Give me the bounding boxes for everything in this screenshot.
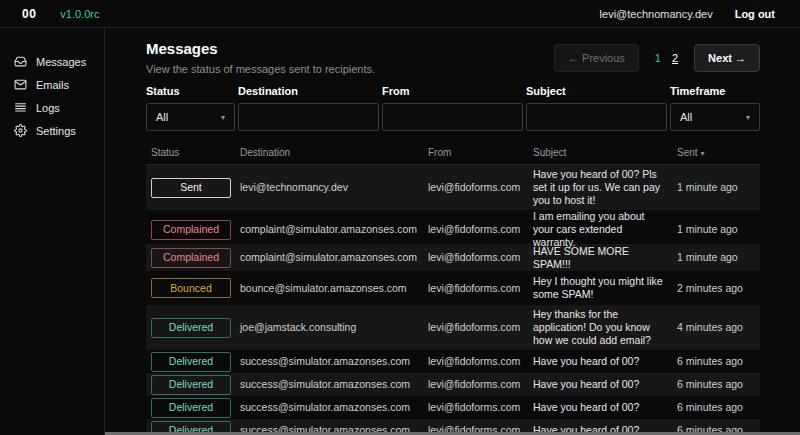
timeframe-filter-select[interactable]: All ▾ — [670, 103, 760, 131]
table-row[interactable]: Sent levi@technomancy.dev levi@fidoforms… — [146, 165, 760, 210]
main-content: Messages View the status of messages sen… — [105, 28, 800, 435]
topbar-account-area: levi@technomancy.dev Log out — [600, 8, 775, 20]
sent-cell: 1 minute ago — [677, 181, 759, 194]
table-row[interactable]: Complained complaint@simulator.amazonses… — [146, 210, 760, 244]
gear-icon — [14, 124, 27, 137]
destination-cell: joe@jamstack.consulting — [240, 321, 428, 334]
chevron-down-icon: ▾ — [221, 113, 225, 122]
sidebar-item-label: Emails — [36, 79, 69, 91]
status-badge: Delivered — [151, 398, 231, 418]
subject-cell: HAVE SOME MORE SPAM!!! — [533, 245, 677, 271]
sidebar: Messages Emails Logs Settings — [0, 28, 105, 435]
status-badge: Sent — [151, 178, 231, 198]
subject-cell: Have you heard of 00? — [533, 355, 677, 368]
sidebar-item-emails[interactable]: Emails — [0, 73, 104, 96]
subject-cell: I am emailing you about your cars extend… — [533, 210, 677, 249]
destination-cell: success@simulator.amazonses.com — [240, 401, 428, 414]
app-logo: 00 — [22, 7, 36, 21]
destination-cell: bounce@simulator.amazonses.com — [240, 282, 428, 295]
status-badge: Delivered — [151, 318, 231, 338]
status-badge: Complained — [151, 248, 231, 268]
table-row[interactable]: Delivered success@simulator.amazonses.co… — [146, 373, 760, 396]
sidebar-item-label: Settings — [36, 125, 76, 137]
sent-cell: 4 minutes ago — [677, 321, 759, 334]
page-number-1[interactable]: 1 — [655, 52, 661, 64]
subject-filter-label: Subject — [526, 85, 667, 97]
sent-cell: 1 minute ago — [677, 251, 759, 264]
table-row[interactable]: Complained complaint@simulator.amazonses… — [146, 244, 760, 271]
status-badge: Bounced — [151, 278, 231, 298]
from-cell: levi@fidoforms.com — [428, 355, 533, 368]
from-cell: levi@fidoforms.com — [428, 181, 533, 194]
destination-cell: levi@technomancy.dev — [240, 181, 428, 194]
from-cell: levi@fidoforms.com — [428, 378, 533, 391]
subject-cell: Have you heard of 00? Pls set it up for … — [533, 168, 677, 207]
from-cell: levi@fidoforms.com — [428, 251, 533, 264]
chevron-down-icon: ▾ — [746, 113, 750, 122]
version-label: v1.0.0rc — [60, 8, 99, 20]
page-subtitle: View the status of messages sent to reci… — [146, 63, 375, 75]
timeframe-filter-label: Timeframe — [670, 85, 760, 97]
subject-cell: Hey I thought you might like some SPAM! — [533, 275, 677, 301]
table-header: Status Destination From Subject Sent▾ — [146, 143, 760, 165]
sent-cell: 1 minute ago — [677, 223, 759, 236]
sidebar-item-messages[interactable]: Messages — [0, 50, 104, 73]
sidebar-item-label: Messages — [36, 56, 86, 68]
status-badge: Delivered — [151, 375, 231, 395]
column-header-sent[interactable]: Sent▾ — [677, 147, 759, 158]
sort-caret-icon: ▾ — [701, 149, 705, 158]
from-cell: levi@fidoforms.com — [428, 321, 533, 334]
sent-cell: 6 minutes ago — [677, 401, 759, 414]
topbar: 00 v1.0.0rc levi@technomancy.dev Log out — [0, 0, 800, 28]
messages-table: Status Destination From Subject Sent▾ Se… — [146, 143, 760, 435]
sent-cell: 2 minutes ago — [677, 282, 759, 295]
subject-cell: Have you heard of 00? — [533, 378, 677, 391]
subject-cell: Hey thanks for the application! Do you k… — [533, 308, 677, 347]
sent-cell: 6 minutes ago — [677, 378, 759, 391]
sidebar-item-label: Logs — [36, 102, 60, 114]
status-filter-select[interactable]: All ▾ — [146, 103, 235, 131]
column-header-from[interactable]: From — [428, 147, 533, 158]
page-number-2[interactable]: 2 — [672, 52, 678, 64]
sent-cell: 6 minutes ago — [677, 355, 759, 368]
destination-filter-input[interactable] — [238, 103, 379, 131]
status-badge: Complained — [151, 220, 231, 240]
from-cell: levi@fidoforms.com — [428, 401, 533, 414]
table-row[interactable]: Delivered success@simulator.amazonses.co… — [146, 396, 760, 419]
status-badge: Delivered — [151, 352, 231, 372]
subject-filter-input[interactable] — [526, 103, 667, 131]
from-cell: levi@fidoforms.com — [428, 223, 533, 236]
next-page-button[interactable]: Next → — [694, 44, 760, 72]
from-cell: levi@fidoforms.com — [428, 282, 533, 295]
from-filter-input[interactable] — [382, 103, 523, 131]
envelope-icon — [14, 78, 27, 91]
sidebar-item-logs[interactable]: Logs — [0, 96, 104, 119]
previous-page-button[interactable]: ← Previous — [554, 44, 639, 72]
table-row[interactable]: Bounced bounce@simulator.amazonses.com l… — [146, 271, 760, 305]
column-header-subject[interactable]: Subject — [533, 147, 677, 158]
account-email: levi@technomancy.dev — [600, 8, 713, 20]
destination-cell: success@simulator.amazonses.com — [240, 355, 428, 368]
destination-filter-label: Destination — [238, 85, 379, 97]
from-filter-label: From — [382, 85, 523, 97]
destination-cell: success@simulator.amazonses.com — [240, 378, 428, 391]
subject-cell: Have you heard of 00? — [533, 401, 677, 414]
timeframe-filter-value: All — [680, 111, 692, 123]
table-row[interactable]: Delivered joe@jamstack.consulting levi@f… — [146, 305, 760, 350]
destination-cell: complaint@simulator.amazonses.com — [240, 251, 428, 264]
logout-button[interactable]: Log out — [735, 8, 775, 20]
logs-icon — [14, 101, 27, 114]
status-filter-label: Status — [146, 85, 235, 97]
inbox-icon — [14, 55, 27, 68]
status-filter-value: All — [156, 111, 168, 123]
page-title: Messages — [146, 40, 375, 57]
column-header-destination[interactable]: Destination — [240, 147, 428, 158]
pagination: ← Previous 1 2 Next → — [554, 44, 760, 72]
filter-bar: Status All ▾ Destination From Subject Ti… — [146, 85, 760, 131]
column-header-status[interactable]: Status — [146, 147, 240, 158]
table-row[interactable]: Delivered success@simulator.amazonses.co… — [146, 350, 760, 373]
destination-cell: complaint@simulator.amazonses.com — [240, 223, 428, 236]
sidebar-item-settings[interactable]: Settings — [0, 119, 104, 142]
